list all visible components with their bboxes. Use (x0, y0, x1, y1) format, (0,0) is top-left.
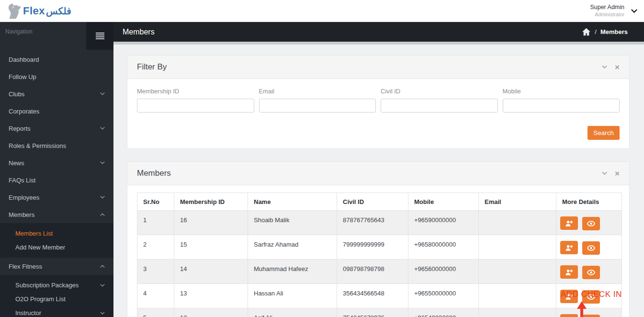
table-row: 5 12 Asif Ali 754345678976 +96540000000 (137, 308, 622, 317)
filter-input-email[interactable] (259, 99, 376, 113)
person-add-icon (565, 244, 573, 251)
sidebar-item-follow-up[interactable]: Follow Up (0, 68, 113, 85)
add-check-in-button[interactable] (560, 216, 578, 230)
sidebar-item-reports[interactable]: Reports (0, 120, 113, 137)
sidebar-item-label: Dashboard (9, 56, 39, 63)
cell-sr-no: 2 (137, 235, 174, 260)
chevron-down-icon (100, 92, 105, 96)
members-panel-title: Members (137, 169, 171, 178)
filter-input-civil-id[interactable] (381, 99, 498, 113)
members-table-body: 1 16 Shoaib Malik 878767765643 +96590000… (137, 211, 622, 317)
close-panel-icon[interactable]: × (615, 63, 620, 71)
sidebar-item-flex-fitness[interactable]: Flex Fitness (0, 258, 113, 275)
sidebar-item-subscription-packages[interactable]: Subscription Packages (0, 278, 113, 292)
sidebar-item-label: Roles & Permissions (9, 142, 66, 149)
sidebar-item-label: News (9, 159, 24, 167)
sidebar-item-label: O2O Program List (15, 295, 66, 303)
members-table: Sr.NoMembership IDNameCivil IDMobileEmai… (137, 192, 622, 317)
cell-mobile: +96560000000 (408, 260, 479, 284)
column-header-membership-id: Membership ID (174, 193, 248, 211)
tab-bar-underline (113, 42, 644, 45)
cell-civil-id: 799999999999 (337, 235, 408, 260)
search-button[interactable]: Search (588, 126, 620, 140)
cell-membership-id: 14 (174, 260, 248, 284)
sidebar-item-members-list[interactable]: Members List (0, 226, 113, 240)
person-add-icon (565, 269, 573, 276)
view-member-button[interactable] (582, 315, 600, 317)
sidebar-item-corporates[interactable]: Corporates (0, 102, 113, 120)
cell-name: Shoaib Malik (248, 211, 337, 235)
cell-more-details (556, 308, 622, 317)
sidebar-item-label: Employees (9, 194, 39, 201)
filter-field-label: Email (259, 88, 376, 95)
sidebar-item-roles-permissions[interactable]: Roles & Permissions (0, 137, 113, 154)
filter-input-membership-id[interactable] (137, 99, 254, 113)
table-row: 4 13 Hassan Ali 356434566548 +9655000000… (137, 284, 622, 308)
add-check-in-button[interactable] (560, 265, 578, 279)
view-member-button[interactable] (582, 266, 600, 279)
close-panel-icon[interactable]: × (615, 170, 620, 178)
user-menu[interactable]: Super Admin Administrator (590, 4, 644, 18)
page-title-bar: Members / Members (113, 22, 644, 42)
sidebar-item-label: Instructor (15, 309, 41, 317)
sidebar-item-label: Reports (9, 125, 31, 132)
chevron-down-icon (100, 126, 105, 130)
view-member-button[interactable] (582, 290, 600, 304)
collapse-panel-icon[interactable] (602, 171, 607, 175)
sidebar-item-label: Add New Member (15, 244, 65, 251)
add-check-in-button[interactable] (560, 290, 578, 303)
user-name: Super Admin (590, 4, 624, 11)
sidebar-item-clubs[interactable]: Clubs (0, 85, 113, 102)
cell-email (479, 284, 556, 308)
column-header-name: Name (248, 193, 337, 211)
column-header-sr-no: Sr.No (137, 193, 174, 211)
view-member-button[interactable] (582, 241, 600, 255)
cell-mobile: +96580000000 (408, 235, 479, 260)
sidebar-item-news[interactable]: News (0, 154, 113, 171)
sidebar-item-faqs-list[interactable]: FAQs List (0, 171, 113, 189)
sidebar-item-o2o-program-list[interactable]: O2O Program List (0, 292, 113, 306)
view-member-button[interactable] (582, 217, 600, 230)
chevron-down-icon[interactable] (631, 7, 637, 15)
sidebar-item-instructor[interactable]: Instructor (0, 306, 113, 317)
home-icon[interactable] (582, 28, 591, 36)
chevron-down-icon (100, 311, 105, 315)
tab-members[interactable]: Members (113, 22, 160, 45)
cell-email (479, 211, 556, 235)
add-check-in-button[interactable] (560, 241, 578, 254)
column-header-mobile: Mobile (408, 193, 479, 211)
sidebar-submenu: Members List Add New Member (0, 223, 113, 258)
table-row: 3 14 Muhammad Hafeez 098798798798 +96560… (137, 260, 622, 284)
chevron-down-icon (100, 195, 105, 199)
cell-civil-id: 754345678976 (337, 308, 408, 317)
sidebar-item-label: FAQs List (9, 177, 35, 184)
cell-membership-id: 12 (174, 308, 248, 317)
cell-email (479, 260, 556, 284)
sidebar-item-add-new-member[interactable]: Add New Member (0, 240, 113, 254)
sidebar-item-dashboard[interactable]: Dashboard (0, 51, 113, 68)
sidebar-item-label: Members (9, 211, 34, 218)
logo-text-arabic: فلكس (46, 5, 71, 17)
sidebar-item-label: Members List (15, 230, 53, 237)
cell-membership-id: 16 (174, 211, 248, 235)
sidebar-toggle-button[interactable] (86, 22, 113, 50)
cell-civil-id: 878767765643 (337, 211, 408, 235)
breadcrumb: / Members (582, 28, 644, 36)
sidebar-submenu: Subscription Packages O2O Program List I… (0, 275, 113, 317)
cell-sr-no: 1 (137, 211, 174, 235)
sidebar-item-employees[interactable]: Employees (0, 189, 113, 206)
cell-email (479, 308, 556, 317)
table-row: 1 16 Shoaib Malik 878767765643 +96590000… (137, 211, 622, 235)
filter-field: Membership ID (137, 88, 254, 113)
sidebar: Navigation Dashboard Follow Up Clubs Cor… (0, 22, 113, 317)
sidebar-item-members[interactable]: Members (0, 206, 113, 223)
add-check-in-button[interactable] (560, 314, 578, 317)
collapse-panel-icon[interactable] (602, 65, 607, 69)
members-table-wrap: Sr.NoMembership IDNameCivil IDMobileEmai… (127, 185, 629, 317)
filter-input-mobile[interactable] (503, 99, 620, 113)
cell-mobile: +96550000000 (408, 284, 479, 308)
cell-sr-no: 4 (137, 284, 174, 308)
members-panel: Members × Sr.NoMembership IDNameCivil ID… (127, 161, 630, 317)
cell-civil-id: 098798798798 (337, 260, 408, 284)
sidebar-head: Navigation (0, 22, 113, 50)
